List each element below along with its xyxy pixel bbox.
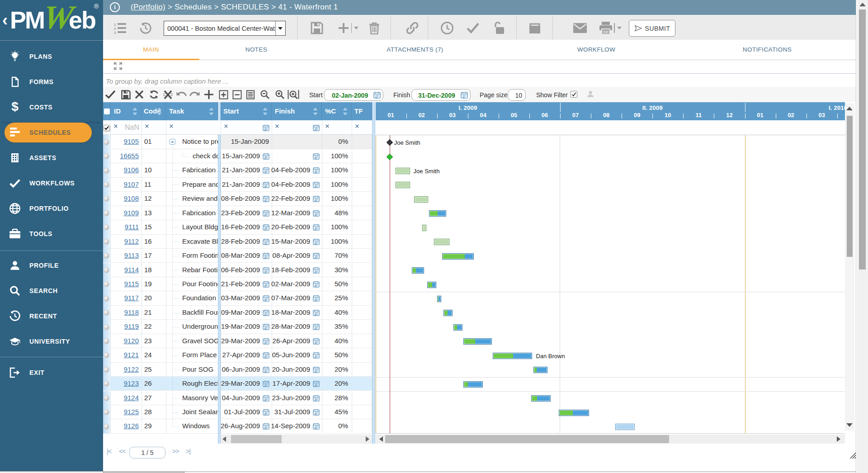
svg-text:$: $ xyxy=(11,101,19,114)
svg-text:2: 2 xyxy=(114,27,116,31)
svg-text:3: 3 xyxy=(114,31,116,34)
svg-text:1: 1 xyxy=(114,23,116,27)
